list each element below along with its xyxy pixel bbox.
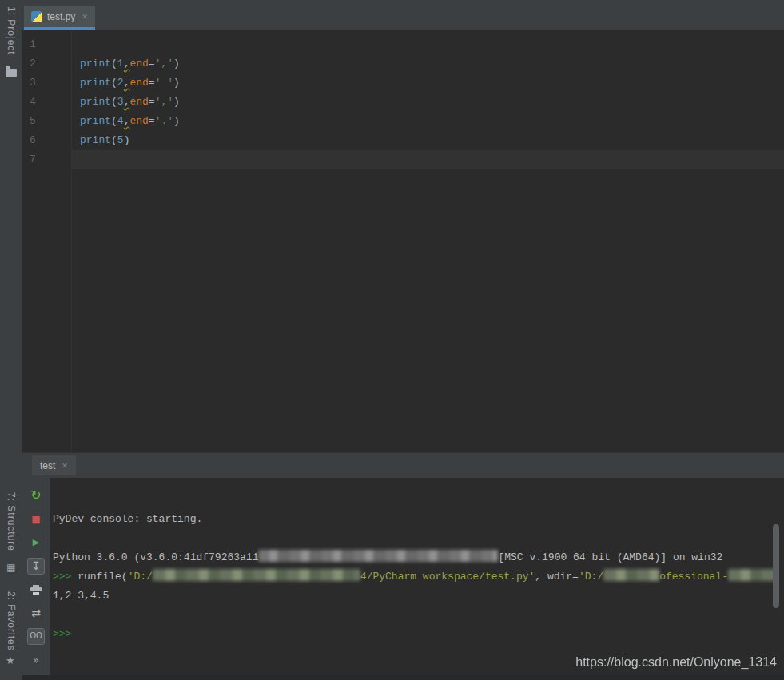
code-token: 2: [117, 77, 124, 89]
code-editor: 1234567 print(1,end=',')print(2,end=' ')…: [22, 30, 784, 452]
scroll-to-end-icon[interactable]: ↧: [27, 558, 45, 574]
more-options-icon[interactable]: »: [27, 652, 45, 668]
code-token: (: [111, 96, 117, 108]
console-text: 'D:/: [128, 571, 153, 583]
code-token: ' ': [155, 77, 173, 89]
code-token: ): [124, 134, 130, 146]
show-variables-icon[interactable]: OO: [27, 628, 45, 644]
console-line: >>> runfile('D:/4/PyCharm workspace/test…: [53, 567, 784, 587]
code-token: '.': [155, 115, 173, 127]
code-token: ',': [155, 96, 173, 108]
left-toolwindow-stripe: 1: Project 7: Structure ▦ 2: Favorites ★: [0, 0, 22, 680]
console-text: 1,2 3,4.5: [53, 590, 109, 602]
stop-icon[interactable]: ■: [27, 511, 45, 527]
console-text: >>>: [53, 628, 71, 640]
code-token: (: [111, 134, 117, 146]
censored-text: [153, 569, 360, 581]
console-text: 'D:/: [579, 571, 603, 583]
code-token: print: [80, 115, 111, 127]
code-token: end: [129, 96, 148, 108]
console-scrollbar[interactable]: [773, 524, 779, 608]
code-token: ): [173, 58, 180, 70]
tab-test-py[interactable]: test.py ×: [24, 6, 95, 30]
toolwindow-button-favorites[interactable]: 2: Favorites: [6, 591, 17, 651]
code-line[interactable]: print(5): [72, 131, 784, 150]
console-line: Python 3.6.0 (v3.6.0:41df79263a11[MSC v.…: [53, 548, 784, 567]
editor-gutter[interactable]: 1234567: [22, 30, 72, 452]
code-line[interactable]: [72, 35, 784, 54]
code-token: print: [80, 134, 111, 146]
code-token: end: [129, 58, 148, 70]
star-icon[interactable]: ★: [6, 655, 15, 666]
line-number[interactable]: 7: [30, 150, 71, 169]
code-line[interactable]: print(1,end=','): [72, 54, 784, 74]
console-text: [MSC v.1900 64 bit (AMD64)] on win32: [498, 551, 722, 563]
code-token: end: [129, 77, 148, 89]
code-token: =: [149, 96, 155, 108]
console-text: , wdir=: [535, 571, 579, 583]
code-token: 4: [117, 115, 124, 127]
code-token: ): [173, 77, 180, 89]
watermark-text: https://blog.csdn.net/Onlyone_1314: [575, 655, 777, 670]
console-text: Python 3.6.0 (v3.6.0:41df79263a11: [53, 551, 258, 563]
line-number[interactable]: 2: [30, 54, 71, 74]
code-token: ): [173, 115, 180, 127]
censored-text: [603, 569, 659, 581]
toolwindow-button-project[interactable]: 1: Project: [6, 6, 17, 55]
line-number[interactable]: 5: [30, 112, 71, 131]
code-token: print: [80, 96, 111, 108]
line-number[interactable]: 6: [30, 131, 71, 150]
close-icon[interactable]: ×: [62, 459, 68, 471]
code-token: (: [111, 77, 117, 89]
code-token: 5: [117, 134, 124, 146]
console-line: [53, 606, 784, 625]
code-token: =: [149, 77, 155, 89]
code-line[interactable]: print(3,end=','): [72, 93, 784, 112]
code-line[interactable]: print(2,end=' '): [72, 74, 784, 93]
print-icon[interactable]: [27, 582, 45, 598]
censored-text: [728, 569, 776, 581]
toolwindow-button-structure[interactable]: 7: Structure: [6, 492, 17, 551]
code-token: =: [149, 58, 155, 70]
code-token: end: [129, 115, 148, 127]
pycharm-window: 1: Project 7: Structure ▦ 2: Favorites ★…: [0, 0, 784, 680]
console-text: PyDev console: starting.: [53, 513, 202, 525]
code-line[interactable]: print(4,end='.'): [72, 112, 784, 131]
code-token: 3: [117, 96, 124, 108]
editor-tab-bar: test.py ×: [22, 0, 784, 30]
console-output: PyDev console: starting.Python 3.6.0 (v3…: [50, 478, 784, 675]
folder-icon[interactable]: [6, 69, 17, 77]
code-token: ',': [155, 58, 173, 70]
console-text: runfile(: [78, 571, 127, 583]
console-line: PyDev console: starting.: [53, 510, 784, 529]
resume-icon[interactable]: ▶: [27, 535, 45, 551]
console-line: [53, 529, 784, 548]
python-file-icon: [31, 11, 42, 22]
code-token: (: [111, 115, 117, 127]
grid-icon[interactable]: ▦: [6, 563, 15, 572]
console-text: 4/PyCharm workspace/test.py': [360, 571, 535, 583]
tab-console-test[interactable]: test ×: [32, 455, 76, 475]
console-toolbar: ↻■▶↧⇄OO»: [22, 478, 50, 675]
line-number[interactable]: 3: [30, 74, 71, 93]
code-token: =: [149, 115, 155, 127]
code-token: ): [173, 96, 180, 108]
console-line: >>>: [53, 625, 784, 644]
main-area: test.py × 1234567 print(1,end=',')print(…: [22, 0, 784, 680]
code-token: 1: [117, 58, 124, 70]
code-token: print: [80, 77, 111, 89]
console-line: [53, 491, 784, 510]
code-token: (: [111, 58, 117, 70]
line-number[interactable]: 1: [30, 35, 71, 54]
soft-wrap-icon[interactable]: ⇄: [27, 605, 45, 621]
console-tab-bar: test ×: [22, 453, 784, 478]
horizontal-scrollbar-track[interactable]: [0, 675, 784, 680]
close-icon[interactable]: ×: [82, 10, 88, 22]
censored-text: [258, 550, 498, 562]
line-number[interactable]: 4: [30, 93, 71, 112]
console-text: ofessional-: [659, 571, 728, 583]
rerun-icon[interactable]: ↻: [27, 487, 45, 503]
code-line[interactable]: [72, 150, 784, 169]
code-token: print: [80, 58, 111, 70]
editor-code[interactable]: print(1,end=',')print(2,end=' ')print(3,…: [72, 30, 784, 452]
